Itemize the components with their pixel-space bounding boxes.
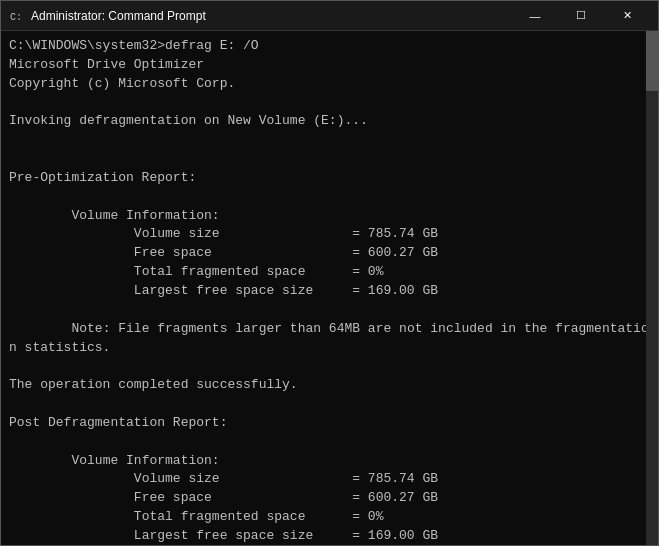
titlebar: C: Administrator: Command Prompt — ☐ ✕ [1, 1, 658, 31]
cmd-icon: C: [9, 8, 25, 24]
scrollbar-track[interactable] [646, 31, 658, 545]
console-text: C:\WINDOWS\system32>defrag E: /O Microso… [9, 37, 650, 545]
window-controls: — ☐ ✕ [512, 1, 650, 31]
minimize-button[interactable]: — [512, 1, 558, 31]
cmd-window: C: Administrator: Command Prompt — ☐ ✕ C… [0, 0, 659, 546]
scrollbar-thumb[interactable] [646, 31, 658, 91]
svg-text:C:: C: [10, 12, 22, 23]
close-button[interactable]: ✕ [604, 1, 650, 31]
console-output: C:\WINDOWS\system32>defrag E: /O Microso… [1, 31, 658, 545]
window-title: Administrator: Command Prompt [31, 9, 512, 23]
maximize-button[interactable]: ☐ [558, 1, 604, 31]
